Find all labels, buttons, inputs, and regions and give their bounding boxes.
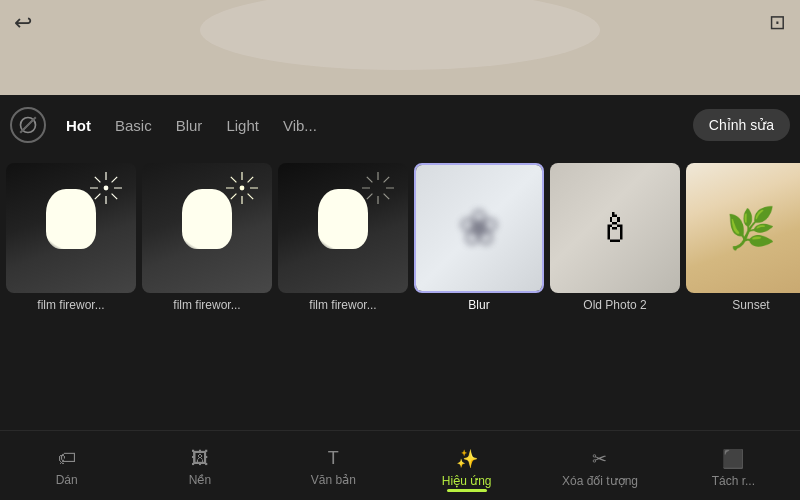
filter-film-firework-1[interactable]: film firewor... — [6, 163, 136, 312]
photo-preview-area: ↩ ⊡ — [0, 0, 800, 95]
thumb-label-3: film firewor... — [309, 298, 376, 312]
nav-tach[interactable]: ⬛ Tách r... — [667, 440, 800, 492]
svg-line-8 — [112, 194, 118, 200]
nav-xoa-doi-tuong[interactable]: ✂ Xóa đối tượng — [533, 440, 666, 492]
filter-film-firework-2[interactable]: film firewor... — [142, 163, 272, 312]
svg-point-11 — [240, 186, 245, 191]
xoa-icon: ✂ — [592, 448, 607, 470]
svg-line-10 — [95, 194, 101, 200]
filter-sunset[interactable]: Sunset — [686, 163, 800, 312]
tab-hot[interactable]: Hot — [56, 111, 101, 140]
van-ban-icon: T — [328, 448, 339, 469]
nav-dan[interactable]: 🏷 Dán — [0, 440, 133, 491]
svg-line-19 — [231, 194, 237, 200]
svg-line-7 — [95, 177, 101, 183]
tab-vibe[interactable]: Vib... — [273, 111, 327, 140]
svg-line-28 — [367, 194, 373, 200]
nav-label-tach: Tách r... — [712, 474, 755, 488]
nav-hieu-ung[interactable]: ✨ Hiệu ứng — [400, 440, 533, 492]
chinh-sua-button[interactable]: Chỉnh sửa — [693, 109, 790, 141]
nav-nen[interactable]: 🖼 Nền — [133, 440, 266, 491]
nav-van-ban[interactable]: T Văn bản — [267, 440, 400, 491]
tab-basic[interactable]: Basic — [105, 111, 162, 140]
tab-light[interactable]: Light — [216, 111, 269, 140]
no-filter-button[interactable] — [10, 107, 46, 143]
thumb-label-old-photo: Old Photo 2 — [583, 298, 646, 312]
nav-label-hieu-ung: Hiệu ứng — [442, 474, 492, 488]
thumb-preview-sunset — [686, 163, 800, 293]
thumb-label-1: film firewor... — [37, 298, 104, 312]
filter-blur[interactable]: Blur — [414, 163, 544, 312]
thumb-label-sunset: Sunset — [732, 298, 769, 312]
filter-tabs-bar: Hot Basic Blur Light Vib... Chỉnh sửa — [0, 95, 800, 155]
svg-point-2 — [104, 186, 109, 191]
hieu-ung-icon: ✨ — [456, 448, 478, 470]
thumb-label-blur: Blur — [468, 298, 489, 312]
thumb-label-2: film firewor... — [173, 298, 240, 312]
svg-line-25 — [367, 177, 373, 183]
filter-thumbnails-list: film firewor... film firewor... — [0, 155, 800, 320]
thumb-preview-2 — [142, 163, 272, 293]
bottom-navigation: 🏷 Dán 🖼 Nền T Văn bản ✨ Hiệu ứng ✂ Xóa đ… — [0, 430, 800, 500]
svg-point-0 — [21, 118, 36, 133]
nav-label-dan: Dán — [56, 473, 78, 487]
thumb-preview-blur — [414, 163, 544, 293]
svg-line-17 — [248, 194, 254, 200]
svg-line-1 — [23, 120, 33, 130]
filter-old-photo-2[interactable]: Old Photo 2 — [550, 163, 680, 312]
svg-point-20 — [376, 186, 381, 191]
svg-line-26 — [384, 194, 390, 200]
nav-label-van-ban: Văn bản — [311, 473, 356, 487]
svg-line-27 — [384, 177, 390, 183]
crop-button[interactable]: ⊡ — [769, 10, 786, 34]
filter-film-firework-3[interactable]: film firewor... — [278, 163, 408, 312]
thumb-preview-3 — [278, 163, 408, 293]
svg-line-18 — [248, 177, 254, 183]
nen-icon: 🖼 — [191, 448, 209, 469]
nav-label-nen: Nền — [189, 473, 211, 487]
thumb-preview-old-photo — [550, 163, 680, 293]
svg-line-9 — [112, 177, 118, 183]
tach-icon: ⬛ — [722, 448, 744, 470]
nav-label-xoa: Xóa đối tượng — [562, 474, 638, 488]
tab-blur[interactable]: Blur — [166, 111, 213, 140]
back-button[interactable]: ↩ — [14, 10, 32, 36]
hieu-ung-active-indicator — [447, 489, 487, 492]
svg-line-16 — [231, 177, 237, 183]
dan-icon: 🏷 — [58, 448, 76, 469]
thumb-preview-1 — [6, 163, 136, 293]
